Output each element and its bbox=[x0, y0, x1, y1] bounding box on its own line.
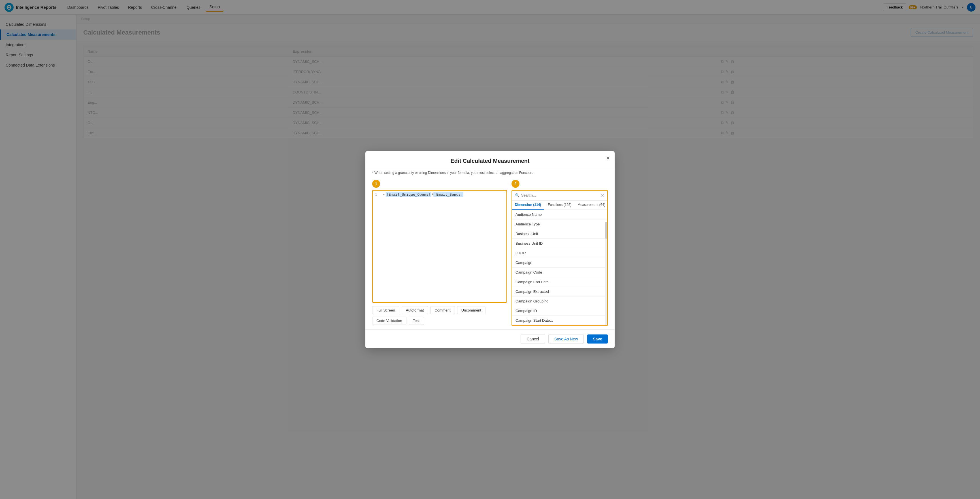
code-editor-section: 1 1 ▸ [Email_Unique_Opens]/[Email_Sends]… bbox=[372, 180, 507, 326]
modal-title: Edit Calculated Measurement bbox=[365, 151, 615, 168]
list-item[interactable]: Campaign Grouping bbox=[512, 297, 607, 306]
cancel-button[interactable]: Cancel bbox=[520, 334, 545, 344]
scrollbar-track bbox=[605, 222, 607, 326]
list-item[interactable]: CTOR bbox=[512, 248, 607, 258]
step1-badge: 1 bbox=[372, 180, 380, 188]
list-item[interactable]: Campaign Code bbox=[512, 268, 607, 277]
modal-footer: Cancel Save As New Save bbox=[365, 329, 615, 348]
code-highlight-1: [Email_Unique_Opens] bbox=[386, 192, 431, 197]
dimension-panel: 🔍 ✕ Dimension (114) Functions (125) Meas… bbox=[512, 190, 608, 326]
comment-button[interactable]: Comment bbox=[430, 306, 455, 315]
list-item[interactable]: Business Unit bbox=[512, 229, 607, 239]
search-input[interactable] bbox=[521, 193, 599, 197]
step2-container: 2 bbox=[512, 180, 608, 190]
code-line-1: 1 ▸ [Email_Unique_Opens]/[Email_Sends] bbox=[373, 191, 506, 198]
list-item[interactable]: Campaign bbox=[512, 258, 607, 268]
tab-dimension[interactable]: Dimension (114) bbox=[512, 200, 544, 210]
code-action-buttons: Full Screen Autoformat Comment Uncomment… bbox=[372, 303, 507, 326]
code-editor-panel[interactable]: 1 ▸ [Email_Unique_Opens]/[Email_Sends] bbox=[372, 190, 507, 303]
full-screen-button[interactable]: Full Screen bbox=[372, 306, 399, 315]
tab-functions[interactable]: Functions (125) bbox=[544, 200, 576, 210]
uncomment-button[interactable]: Uncomment bbox=[457, 306, 485, 315]
modal-body: 1 1 ▸ [Email_Unique_Opens]/[Email_Sends]… bbox=[365, 176, 615, 329]
list-item[interactable]: Campaign Start Date... bbox=[512, 316, 607, 326]
save-as-new-button[interactable]: Save As New bbox=[548, 334, 584, 344]
test-button[interactable]: Test bbox=[409, 316, 424, 325]
list-item[interactable]: Business Unit ID bbox=[512, 239, 607, 248]
line-number: 1 bbox=[375, 192, 381, 197]
right-panel-section: 2 🔍 ✕ Dimension (114) Functions (125) Me… bbox=[512, 180, 608, 326]
edit-calculated-measurement-modal: ✕ Edit Calculated Measurement * When set… bbox=[365, 151, 615, 348]
modal-overlay: ✕ Edit Calculated Measurement * When set… bbox=[0, 0, 980, 499]
modal-notice: * When setting a granularity or using Di… bbox=[365, 168, 615, 176]
modal-close-button[interactable]: ✕ bbox=[606, 155, 610, 161]
tab-measurement[interactable]: Measurement (64) bbox=[576, 200, 607, 210]
search-icon: 🔍 bbox=[515, 193, 519, 197]
autoformat-button[interactable]: Autoformat bbox=[402, 306, 428, 315]
code-validation-button[interactable]: Code Validation bbox=[372, 316, 406, 325]
step1-container: 1 bbox=[372, 180, 507, 190]
dimension-list: Audience Name Audience Type Business Uni… bbox=[512, 210, 607, 326]
panel-tabs: Dimension (114) Functions (125) Measurem… bbox=[512, 200, 607, 210]
save-button[interactable]: Save bbox=[587, 334, 608, 343]
line-arrow-icon: ▸ bbox=[383, 192, 385, 196]
scrollbar-thumb[interactable] bbox=[605, 222, 607, 239]
search-bar: 🔍 ✕ bbox=[512, 191, 607, 200]
list-item[interactable]: Campaign ID bbox=[512, 306, 607, 316]
search-clear-button[interactable]: ✕ bbox=[601, 193, 605, 198]
list-item[interactable]: Campaign Extracted bbox=[512, 287, 607, 297]
list-item[interactable]: Audience Type bbox=[512, 219, 607, 229]
list-item[interactable]: Audience Name bbox=[512, 210, 607, 219]
list-item[interactable]: Campaign End Date bbox=[512, 277, 607, 287]
code-highlight-2: [Email_Sends] bbox=[433, 192, 463, 197]
step2-badge: 2 bbox=[512, 180, 519, 188]
code-content[interactable]: [Email_Unique_Opens]/[Email_Sends] bbox=[386, 192, 463, 197]
